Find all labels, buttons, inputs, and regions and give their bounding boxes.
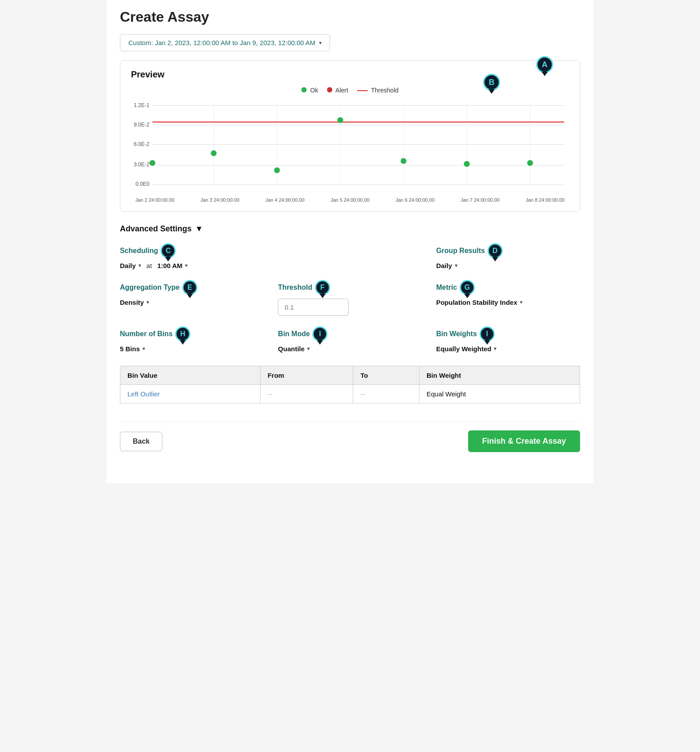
annotation-d: D — [488, 243, 503, 258]
metric-dropdown[interactable]: Population Stability Index ▾ — [436, 299, 523, 306]
x-label-0: Jan 2 24:00:00.00 — [135, 197, 174, 203]
x-label-4: Jan 6 24:00:00.00 — [396, 197, 435, 203]
annotation-a: A — [536, 56, 553, 73]
x-label-2: Jan 4 24:00:00.00 — [265, 197, 304, 203]
x-label-3: Jan 5 24:00:00.00 — [331, 197, 369, 203]
svg-text:1.2E-1: 1.2E-1 — [134, 102, 150, 108]
bin-weights-label: Bin Weights — [436, 330, 477, 338]
bin-table: Bin Value From To Bin Weight Left Outlie… — [120, 366, 580, 403]
bin-value-header: Bin Value — [120, 366, 261, 385]
group-results-dropdown[interactable]: Daily ▾ — [436, 262, 458, 269]
to-cell: -- — [353, 385, 419, 403]
chevron-down-icon: ▾ — [520, 299, 523, 305]
x-label-1: Jan 3 24:00:00.00 — [200, 197, 239, 203]
threshold-legend: Threshold — [357, 87, 399, 94]
x-label-6: Jan 8 24:00:00.00 — [526, 197, 565, 203]
table-row: Left Outlier -- -- Equal Weight — [120, 385, 580, 403]
x-axis-labels: Jan 2 24:00:00.00 Jan 3 24:00:00.00 Jan … — [131, 197, 569, 203]
bin-weights-dropdown[interactable]: Equally Weighted ▾ — [436, 345, 497, 353]
alert-dot — [327, 87, 332, 92]
metric-group: Metric G Population Stability Index ▾ — [436, 280, 580, 316]
x-label-5: Jan 7 24:00:00.00 — [461, 197, 500, 203]
bin-weights-group: Bin Weights I Equally Weighted ▾ — [436, 326, 580, 353]
bin-mode-label: Bin Mode — [278, 330, 310, 338]
annotation-e: E — [182, 280, 197, 295]
bin-mode-dropdown[interactable]: Quantile ▾ — [278, 345, 310, 353]
chart-area: 1.2E-1 9.0E-2 6.0E-2 3.0E-2 0.0E0 — [131, 98, 569, 196]
ok-dot — [301, 87, 307, 92]
chevron-down-icon: ▾ — [319, 40, 322, 46]
chevron-down-icon: ▾ — [146, 299, 149, 305]
threshold-input[interactable]: 0.1 — [278, 299, 349, 316]
svg-point-18 — [211, 150, 216, 156]
preview-section: A B Preview Ok Alert Threshold — [120, 60, 580, 212]
annotation-h: H — [175, 326, 190, 341]
page-title: Create Assay — [120, 9, 580, 25]
settings-grid: Scheduling C Daily ▾ at 1:00 AM ▾ Gr — [120, 243, 580, 353]
number-of-bins-dropdown[interactable]: 5 Bins ▾ — [120, 345, 145, 353]
chevron-down-icon: ▾ — [494, 346, 496, 352]
svg-text:0.0E0: 0.0E0 — [135, 181, 150, 187]
annotation-c: C — [161, 243, 176, 258]
annotation-b: B — [483, 74, 500, 91]
annotation-i2: I — [480, 326, 495, 341]
alert-legend: Alert — [327, 87, 348, 94]
metric-label: Metric — [436, 284, 457, 292]
aggregation-type-label: Aggregation Type — [120, 284, 180, 292]
svg-text:9.0E-2: 9.0E-2 — [134, 122, 150, 128]
date-range-button[interactable]: Custom: Jan 2, 2023, 12:00:00 AM to Jan … — [120, 34, 330, 51]
date-range-label: Custom: Jan 2, 2023, 12:00:00 AM to Jan … — [128, 39, 315, 46]
chevron-down-icon: ▾ — [138, 263, 141, 269]
from-cell: -- — [260, 385, 353, 403]
aggregation-type-group: Aggregation Type E Density ▾ — [120, 280, 264, 316]
chart-legend: Ok Alert Threshold — [131, 87, 569, 94]
chevron-down-icon: ▾ — [185, 263, 188, 269]
number-of-bins-group: Number of Bins H 5 Bins ▾ — [120, 326, 264, 353]
bin-value-cell: Left Outlier — [120, 385, 261, 403]
threshold-label: Threshold — [278, 284, 312, 292]
threshold-line-icon — [357, 90, 368, 91]
ok-legend: Ok — [301, 87, 318, 94]
to-header: To — [353, 366, 419, 385]
bin-mode-group: Bin Mode I Quantile ▾ — [278, 326, 422, 353]
scheduling-frequency-dropdown[interactable]: Daily ▾ — [120, 262, 141, 269]
chevron-down-icon: ▾ — [307, 346, 310, 352]
finish-create-assay-button[interactable]: Finish & Create Assay — [468, 430, 580, 452]
preview-title: Preview — [131, 69, 569, 80]
svg-point-21 — [400, 158, 406, 164]
svg-point-20 — [337, 117, 343, 123]
svg-point-23 — [527, 160, 533, 166]
group-results-label: Group Results — [436, 247, 485, 255]
bin-weight-cell: Equal Weight — [419, 385, 580, 403]
at-text: at — [146, 262, 152, 269]
svg-point-17 — [150, 160, 155, 166]
chevron-down-icon: ▾ — [142, 346, 145, 352]
number-of-bins-label: Number of Bins — [120, 330, 173, 338]
annotation-f: F — [315, 280, 330, 295]
svg-point-22 — [464, 161, 469, 167]
svg-text:6.0E-2: 6.0E-2 — [134, 141, 150, 147]
aggregation-type-dropdown[interactable]: Density ▾ — [120, 299, 149, 306]
chevron-down-icon: ▾ — [455, 263, 458, 269]
back-button[interactable]: Back — [120, 432, 162, 451]
threshold-group: Threshold F 0.1 — [278, 280, 422, 316]
scheduling-time-dropdown[interactable]: 1:00 AM ▾ — [157, 262, 188, 269]
advanced-settings-header: Advanced Settings ▼ — [120, 224, 580, 234]
from-header: From — [260, 366, 353, 385]
svg-point-19 — [274, 167, 280, 173]
svg-text:3.0E-2: 3.0E-2 — [134, 161, 150, 168]
scheduling-group: Scheduling C Daily ▾ at 1:00 AM ▾ — [120, 243, 264, 269]
bin-weight-header: Bin Weight — [419, 366, 580, 385]
chart-svg: 1.2E-1 9.0E-2 6.0E-2 3.0E-2 0.0E0 — [131, 98, 569, 196]
group-results-group: Group Results D Daily ▾ — [436, 243, 580, 269]
annotation-g: G — [460, 280, 475, 295]
footer-bar: Back Finish & Create Assay — [120, 421, 580, 457]
annotation-i1: I — [312, 326, 327, 341]
scheduling-label: Scheduling — [120, 247, 158, 255]
